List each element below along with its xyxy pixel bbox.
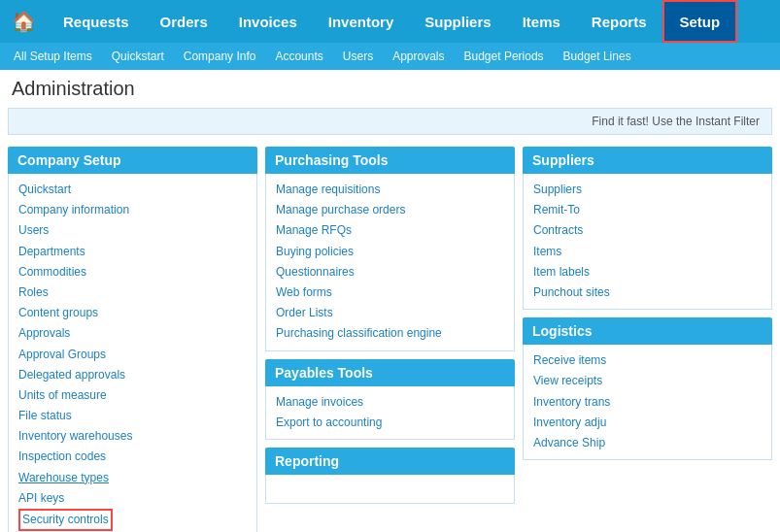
link-commodities[interactable]: Commodities: [18, 262, 247, 283]
purchasing-tools-body: Manage requisitions Manage purchase orde…: [265, 174, 515, 351]
nav-invoices[interactable]: Invoices: [223, 0, 313, 43]
suppliers-body: Suppliers Remit-To Contracts Items Item …: [523, 174, 772, 310]
link-quickstart[interactable]: Quickstart: [18, 180, 247, 200]
nav-inventory[interactable]: Inventory: [313, 0, 410, 43]
subnav-accounts[interactable]: Accounts: [265, 43, 332, 70]
link-users[interactable]: Users: [18, 220, 247, 241]
link-advance-ship[interactable]: Advance Ship: [533, 433, 762, 453]
nav-items[interactable]: Items: [507, 0, 576, 43]
sub-navigation: All Setup Items Quickstart Company Info …: [0, 43, 780, 70]
link-warehouse-types[interactable]: Warehouse types: [18, 468, 247, 488]
link-inventory-trans[interactable]: Inventory trans: [533, 392, 762, 413]
link-contracts[interactable]: Contracts: [533, 220, 762, 241]
link-view-receipts[interactable]: View receipts: [533, 371, 762, 391]
payables-tools-body: Manage invoices Export to accounting: [265, 386, 515, 440]
link-company-information[interactable]: Company information: [18, 200, 247, 220]
column-suppliers: Suppliers Suppliers Remit-To Contracts I…: [523, 147, 772, 532]
subnav-company-info[interactable]: Company Info: [174, 43, 266, 70]
link-item-labels[interactable]: Item labels: [533, 262, 762, 283]
link-content-groups[interactable]: Content groups: [18, 303, 247, 323]
home-button[interactable]: 🏠: [0, 0, 48, 43]
link-manage-requisitions[interactable]: Manage requisitions: [276, 180, 504, 200]
link-manage-purchase-orders[interactable]: Manage purchase orders: [276, 200, 504, 220]
link-security-controls[interactable]: Security controls: [18, 509, 113, 531]
link-order-lists[interactable]: Order Lists: [276, 303, 504, 323]
link-inventory-adju[interactable]: Inventory adju: [533, 413, 762, 433]
link-purchasing-classification[interactable]: Purchasing classification engine: [276, 323, 504, 344]
link-buying-policies[interactable]: Buying policies: [276, 242, 504, 262]
link-inspection-codes[interactable]: Inspection codes: [18, 447, 247, 467]
purchasing-tools-header: Purchasing Tools: [265, 147, 515, 174]
link-approval-groups[interactable]: Approval Groups: [18, 345, 247, 365]
section-logistics: Logistics Receive items View receipts In…: [523, 317, 772, 460]
link-file-status[interactable]: File status: [18, 406, 247, 426]
nav-requests[interactable]: Requests: [48, 0, 145, 43]
nav-orders[interactable]: Orders: [145, 0, 223, 43]
subnav-budget-periods[interactable]: Budget Periods: [455, 43, 554, 70]
section-suppliers: Suppliers Suppliers Remit-To Contracts I…: [523, 147, 772, 310]
section-payables-tools: Payables Tools Manage invoices Export to…: [265, 359, 515, 440]
link-api-keys[interactable]: API keys: [18, 488, 247, 509]
link-roles[interactable]: Roles: [18, 283, 247, 303]
link-receive-items[interactable]: Receive items: [533, 350, 762, 371]
column-company-setup: Company Setup Quickstart Company informa…: [8, 147, 257, 532]
content-grid: Company Setup Quickstart Company informa…: [0, 139, 780, 532]
link-approvals[interactable]: Approvals: [18, 323, 247, 344]
section-purchasing-tools: Purchasing Tools Manage requisitions Man…: [265, 147, 515, 351]
logistics-header: Logistics: [523, 317, 772, 345]
top-navigation: 🏠 Requests Orders Invoices Inventory Sup…: [0, 0, 780, 43]
page-title: Administration: [12, 78, 768, 100]
link-delegated-approvals[interactable]: Delegated approvals: [18, 365, 247, 385]
link-web-forms[interactable]: Web forms: [276, 283, 504, 303]
link-inventory-warehouses[interactable]: Inventory warehouses: [18, 426, 247, 447]
filter-text: Find it fast! Use the Instant Filter: [592, 115, 760, 128]
section-reporting: Reporting: [265, 448, 515, 504]
subnav-approvals[interactable]: Approvals: [383, 43, 454, 70]
company-setup-header: Company Setup: [8, 147, 257, 174]
nav-suppliers[interactable]: Suppliers: [409, 0, 506, 43]
section-company-setup: Company Setup Quickstart Company informa…: [8, 147, 257, 532]
logistics-body: Receive items View receipts Inventory tr…: [523, 345, 772, 460]
payables-tools-header: Payables Tools: [265, 359, 515, 386]
link-punchout-sites[interactable]: Punchout sites: [533, 283, 762, 303]
filter-bar: Find it fast! Use the Instant Filter: [8, 108, 772, 135]
link-manage-rfqs[interactable]: Manage RFQs: [276, 220, 504, 241]
subnav-quickstart[interactable]: Quickstart: [102, 43, 174, 70]
nav-reports[interactable]: Reports: [576, 0, 662, 43]
link-suppliers[interactable]: Suppliers: [533, 180, 762, 200]
reporting-body: [265, 475, 515, 504]
link-manage-invoices[interactable]: Manage invoices: [276, 392, 504, 413]
nav-setup[interactable]: Setup: [662, 0, 738, 43]
page-header: Administration: [0, 70, 780, 104]
column-purchasing: Purchasing Tools Manage requisitions Man…: [265, 147, 515, 532]
link-departments[interactable]: Departments: [18, 242, 247, 262]
company-setup-body: Quickstart Company information Users Dep…: [8, 174, 257, 532]
subnav-all-setup-items[interactable]: All Setup Items: [4, 43, 102, 70]
link-units-of-measure[interactable]: Units of measure: [18, 385, 247, 406]
link-export-to-accounting[interactable]: Export to accounting: [276, 413, 504, 433]
suppliers-header: Suppliers: [523, 147, 772, 174]
link-questionnaires[interactable]: Questionnaires: [276, 262, 504, 283]
subnav-users[interactable]: Users: [333, 43, 383, 70]
subnav-budget-lines[interactable]: Budget Lines: [554, 43, 641, 70]
link-remit-to[interactable]: Remit-To: [533, 200, 762, 220]
reporting-header: Reporting: [265, 448, 515, 475]
link-items[interactable]: Items: [533, 242, 762, 262]
